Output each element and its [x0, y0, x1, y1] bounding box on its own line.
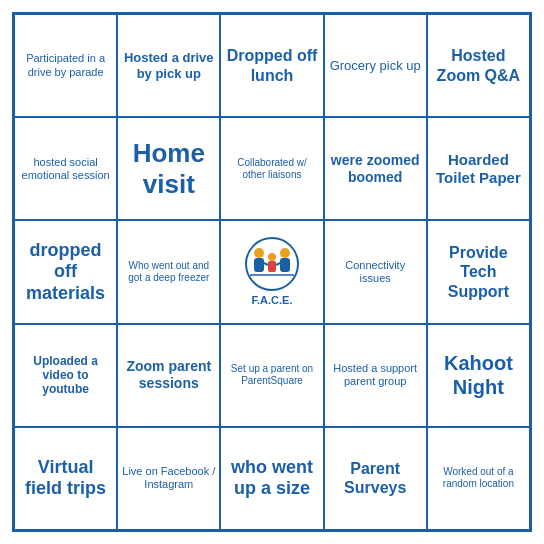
svg-point-1	[254, 248, 264, 258]
cell-3-2: Who went out and got a deep freezer	[117, 220, 220, 323]
cell-5-5: Worked out of a random location	[427, 427, 530, 530]
cell-5-1: Virtual field trips	[14, 427, 117, 530]
cell-1-1: Participated in a drive by parade	[14, 14, 117, 117]
cell-5-2: Live on Facebook / Instagram	[117, 427, 220, 530]
cell-4-4: Hosted a support parent group	[324, 324, 427, 427]
svg-point-5	[268, 253, 276, 261]
face-label: F.A.C.E.	[252, 294, 293, 307]
cell-1-2: Hosted a drive by pick up	[117, 14, 220, 117]
cell-4-3: Set up a parent on ParentSquare	[220, 324, 323, 427]
svg-rect-4	[280, 258, 290, 272]
cell-2-5: Hoarded Toilet Paper	[427, 117, 530, 220]
cell-3-5: Provide Tech Support	[427, 220, 530, 323]
cell-4-2: Zoom parent sessions	[117, 324, 220, 427]
cell-3-1: dropped off materials	[14, 220, 117, 323]
bingo-card: Participated in a drive by parade Hosted…	[12, 12, 532, 532]
cell-4-1: Uploaded a video to youtube	[14, 324, 117, 427]
cell-4-5: Kahoot Night	[427, 324, 530, 427]
cell-1-3: Dropped off lunch	[220, 14, 323, 117]
cell-2-4: were zoomed boomed	[324, 117, 427, 220]
svg-rect-2	[254, 258, 264, 272]
cell-3-4: Connectivity issues	[324, 220, 427, 323]
cell-2-3: Collaborated w/ other liaisons	[220, 117, 323, 220]
cell-1-5: Hosted Zoom Q&A	[427, 14, 530, 117]
cell-5-3: who went up a size	[220, 427, 323, 530]
cell-5-4: Parent Surveys	[324, 427, 427, 530]
cell-2-2: Home visit	[117, 117, 220, 220]
cell-3-3-center: F.A.C.E.	[220, 220, 323, 323]
cell-2-1: hosted social emotional session	[14, 117, 117, 220]
cell-1-4: Grocery pick up	[324, 14, 427, 117]
svg-point-3	[280, 248, 290, 258]
svg-rect-6	[268, 261, 276, 272]
